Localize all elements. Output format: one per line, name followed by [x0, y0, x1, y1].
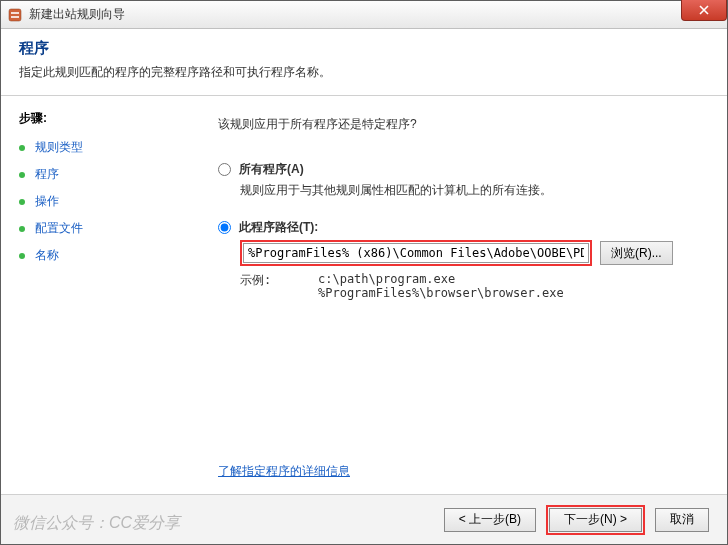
- page-title: 程序: [19, 39, 709, 58]
- program-path-input[interactable]: [243, 243, 589, 263]
- question-text: 该规则应用于所有程序还是特定程序?: [218, 116, 705, 133]
- back-button[interactable]: < 上一步(B): [444, 508, 536, 532]
- header-section: 程序 指定此规则匹配的程序的完整程序路径和可执行程序名称。: [1, 29, 727, 96]
- step-name[interactable]: 名称: [19, 247, 186, 264]
- steps-heading: 步骤:: [19, 110, 186, 127]
- bullet-icon: [19, 172, 25, 178]
- radio-group-all: 所有程序(A) 规则应用于与其他规则属性相匹配的计算机上的所有连接。: [218, 161, 705, 199]
- radio-path-label: 此程序路径(T):: [239, 220, 318, 234]
- step-label: 程序: [35, 166, 59, 183]
- titlebar: 新建出站规则向导: [1, 1, 727, 29]
- example-label: 示例:: [240, 272, 318, 300]
- footer: < 上一步(B) 下一步(N) > 取消 微信公众号：CC爱分享: [1, 494, 727, 544]
- step-action[interactable]: 操作: [19, 193, 186, 210]
- main-panel: 该规则应用于所有程序还是特定程序? 所有程序(A) 规则应用于与其他规则属性相匹…: [196, 96, 727, 494]
- svg-rect-0: [9, 9, 21, 21]
- cancel-button[interactable]: 取消: [655, 508, 709, 532]
- page-subtitle: 指定此规则匹配的程序的完整程序路径和可执行程序名称。: [19, 64, 709, 81]
- sidebar: 步骤: 规则类型 程序 操作 配置文件 名称: [1, 96, 196, 494]
- content-area: 步骤: 规则类型 程序 操作 配置文件 名称 该规则应用: [1, 96, 727, 494]
- radio-program-path[interactable]: [218, 221, 231, 234]
- step-rule-type[interactable]: 规则类型: [19, 139, 186, 156]
- example-path-1: c:\path\program.exe: [318, 272, 564, 286]
- radio-all-label: 所有程序(A): [239, 162, 304, 176]
- radio-all-programs[interactable]: [218, 163, 231, 176]
- learn-more-link[interactable]: 了解指定程序的详细信息: [218, 463, 350, 480]
- radio-all-desc: 规则应用于与其他规则属性相匹配的计算机上的所有连接。: [240, 182, 705, 199]
- next-highlight-box: 下一步(N) >: [546, 505, 645, 535]
- step-label: 名称: [35, 247, 59, 264]
- path-highlight-box: [240, 240, 592, 266]
- close-button[interactable]: [681, 0, 727, 21]
- step-program[interactable]: 程序: [19, 166, 186, 183]
- step-label: 配置文件: [35, 220, 83, 237]
- example-path-2: %ProgramFiles%\browser\browser.exe: [318, 286, 564, 300]
- step-profile[interactable]: 配置文件: [19, 220, 186, 237]
- bullet-icon: [19, 226, 25, 232]
- browse-button[interactable]: 浏览(R)...: [600, 241, 673, 265]
- svg-rect-1: [11, 12, 19, 14]
- window-title: 新建出站规则向导: [29, 6, 125, 23]
- bullet-icon: [19, 199, 25, 205]
- example-paths: c:\path\program.exe %ProgramFiles%\brows…: [318, 272, 564, 300]
- radio-group-path: 此程序路径(T): 浏览(R)... 示例: c:\path\program.e…: [218, 219, 705, 300]
- next-button[interactable]: 下一步(N) >: [549, 508, 642, 532]
- watermark-text: 微信公众号：CC爱分享: [13, 513, 180, 534]
- step-label: 规则类型: [35, 139, 83, 156]
- wizard-window: 新建出站规则向导 程序 指定此规则匹配的程序的完整程序路径和可执行程序名称。 步…: [0, 0, 728, 545]
- bullet-icon: [19, 253, 25, 259]
- app-icon: [7, 7, 23, 23]
- svg-rect-2: [11, 16, 19, 18]
- bullet-icon: [19, 145, 25, 151]
- step-label: 操作: [35, 193, 59, 210]
